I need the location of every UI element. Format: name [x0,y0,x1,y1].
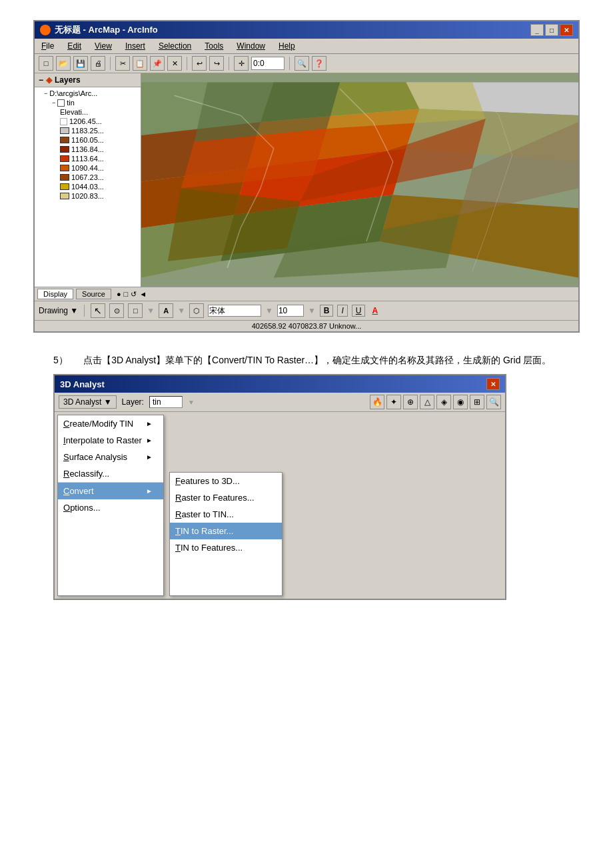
features-to-3d-item[interactable]: Features to 3D... [170,473,282,489]
display-tab[interactable]: Display [37,289,73,299]
redo-btn[interactable]: ↪ [209,56,224,71]
analyst-menu-btn[interactable]: 3D Analyst ▼ [59,395,117,409]
cut-btn[interactable]: ✂ [115,56,130,71]
raster-to-features-item[interactable]: Raster to Features... [170,489,282,506]
delete-btn[interactable]: ✕ [167,56,182,71]
legend-1183: 1183.25... [36,126,139,135]
surface-analysis-label: Surface Analysis [63,452,127,462]
color-box-1044 [60,183,69,190]
menu-file[interactable]: File [39,40,57,52]
sep1 [110,57,111,70]
source-tab[interactable]: Source [76,289,111,299]
instruction-cn: 点击【3D Analyst】菜单下的【Convert/TIN To Raster… [83,355,551,365]
print-btn[interactable]: 🖨 [91,56,105,71]
status-tabs: Display Source ● □ ↺ ◄ [35,287,578,301]
color-box-1183 [60,127,69,134]
menus-area: Create/Modify TIN ► Interpolate to Raste… [55,412,505,599]
analyst-icon-7[interactable]: ⊞ [470,395,484,409]
new-btn[interactable]: □ [39,56,53,71]
sep2 [187,57,187,70]
undo-btn[interactable]: ↩ [192,56,207,71]
surface-analysis-item[interactable]: Surface Analysis ► [58,449,163,465]
size-select[interactable] [277,305,304,317]
identify-btn[interactable]: ❓ [312,56,326,71]
bold-btn[interactable]: B [320,305,334,317]
maximize-button[interactable]: □ [545,24,558,36]
raster-to-features-label: Raster to Features... [175,493,255,503]
analyst-icons: 🔥 ✦ ⊕ △ ◈ ◉ ⊞ 🔍 [370,395,501,409]
legend-1044: 1044.03... [36,182,139,191]
tin-to-features-label: TIN to Features... [175,543,243,553]
analyst-icon-1[interactable]: 🔥 [370,395,384,409]
interpolate-raster-label: Interpolate to Raster [63,435,142,445]
circle-tool[interactable]: ⊙ [109,303,124,318]
menu-insert[interactable]: Insert [123,40,148,52]
scale-input[interactable] [251,57,285,70]
analyst-title-bar: 3D Analyst ✕ [55,375,505,393]
text-tool[interactable]: A [159,303,173,318]
tin-to-features-item[interactable]: TIN to Features... [170,539,282,556]
rect-tool[interactable]: □ [128,303,143,318]
close-button[interactable]: ✕ [560,24,573,36]
analyst-icon-8[interactable]: 🔍 [486,395,501,409]
menu-tools[interactable]: Tools [202,40,226,52]
create-modify-tin-item[interactable]: Create/Modify TIN ► [58,415,163,432]
analyst-icon-6[interactable]: ◉ [453,395,468,409]
dataframe-label: D:\arcgis\Arc... [49,89,97,97]
polygon-tool[interactable]: ⬡ [189,303,204,318]
red-a-btn: A [372,306,378,315]
zoom-btn[interactable]: 🔍 [295,56,309,71]
menu-window[interactable]: Window [234,40,268,52]
interpolate-raster-item[interactable]: Interpolate to Raster ► [58,432,163,449]
features-to-3d-label: Features to 3D... [175,476,240,486]
italic-btn[interactable]: I [337,305,347,317]
analyst-close-btn[interactable]: ✕ [486,378,500,390]
instruction-text: 5） 点击【3D Analyst】菜单下的【Convert/TIN To Ras… [27,346,586,374]
layer-input[interactable] [149,396,183,408]
menu-bar: File Edit View Insert Selection Tools Wi… [35,39,578,54]
step-number: 5） [53,355,68,365]
tin-label: tin [67,99,75,107]
dataframe-item: − D:\arcgis\Arc... [36,89,139,98]
save-btn[interactable]: 💾 [73,56,88,71]
analyst-icon-4[interactable]: △ [420,395,434,409]
status-bar: 402658.92 4070823.87 Unknow... [35,320,578,331]
reclassify-item[interactable]: Reclassify... [58,465,163,482]
pointer-btn[interactable]: ✛ [234,56,249,71]
arrow-icon-3: ► [146,453,153,461]
copy-btn[interactable]: 📋 [133,56,147,71]
menu-help[interactable]: Help [276,40,298,52]
drawing-toolbar: Drawing ▼ ↖ ⊙ □ ▼ A ▼ ⬡ ▼ ▼ B I U A [35,301,578,320]
raster-to-tin-item[interactable]: Raster to TIN... [170,506,282,523]
minus-icon: − [39,75,43,85]
raster-to-tin-label: Raster to TIN... [175,509,234,519]
layers-header: − ◈ Layers [35,73,141,87]
analyst-icon-2[interactable]: ✦ [386,395,401,409]
legend-1020: 1020.83... [36,191,139,201]
underline-btn[interactable]: U [352,305,366,317]
menu-selection[interactable]: Selection [156,40,194,52]
tin-to-raster-item[interactable]: TIN to Raster... [170,523,282,539]
sep-size: ▼ [308,306,316,315]
analyst-icon-3[interactable]: ⊕ [403,395,418,409]
analyst-icon-5[interactable]: ◈ [436,395,451,409]
menu-edit[interactable]: Edit [65,40,84,52]
font-select[interactable] [208,305,261,317]
tin-checkbox[interactable] [57,99,65,107]
options-item[interactable]: Options... [58,499,163,516]
layer-dropdown-arrow[interactable]: ▼ [188,399,195,406]
paste-btn[interactable]: 📌 [150,56,165,71]
main-content: − ◈ Layers − D:\arcgis\Arc... − tin [35,73,578,287]
menu-view[interactable]: View [92,40,115,52]
arrow-tool[interactable]: ↖ [91,303,105,318]
arcmap-title: 无标题 - ArcMap - ArcInfo [55,24,158,36]
draw-sep [84,305,85,317]
tin-to-raster-label: TIN to Raster... [175,526,233,536]
minimize-button[interactable]: _ [530,24,544,36]
convert-item[interactable]: Convert ► [58,482,163,499]
open-btn[interactable]: 📂 [56,56,71,71]
convert-label: Convert [63,486,94,496]
legend-1090: 1090.44... [36,163,139,173]
map-area[interactable] [141,73,578,287]
sep-a: ▼ [177,306,185,315]
